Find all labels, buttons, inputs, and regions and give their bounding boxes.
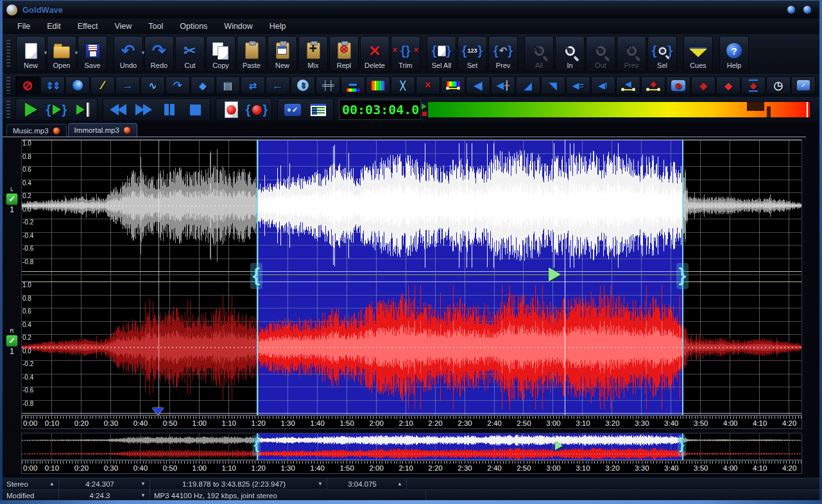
fade-in-effect-button[interactable]: ◢ [516,76,540,94]
help-button[interactable]: ?Help [719,36,749,72]
playlist-effect-button[interactable]: ▤ [216,76,240,94]
overview-selection-start-handle[interactable]: { [252,435,261,457]
volume-effect-button[interactable]: ◀ [466,76,490,94]
zoom-sel-button[interactable]: {}Sel [647,36,677,72]
selection-end-handle[interactable]: } [676,263,689,289]
time-axis[interactable]: 0:000:100:200:300:400:501:001:101:201:30… [21,415,802,429]
monitor-button[interactable] [305,100,331,119]
menu-edit[interactable]: Edit [39,20,69,33]
fast-forward-button[interactable] [131,100,157,119]
match-volume-effect-button[interactable]: ◀= [566,76,590,94]
menu-tool[interactable]: Tool [140,20,171,33]
play-button[interactable] [18,100,44,119]
status-spin-arrow[interactable]: ▲ [49,481,55,487]
minimize-button[interactable] [787,5,796,14]
paste-new-button[interactable]: New [268,36,297,72]
status-spin-arrow[interactable]: ▼ [318,481,323,487]
play-from-button[interactable] [69,100,95,119]
toolbar-grip[interactable] [6,101,10,119]
interpolate-effect-button[interactable]: ╳ [391,76,415,94]
fade-out-effect-button[interactable]: ◥ [541,76,565,94]
overview-selection-end-handle[interactable]: } [678,435,686,457]
status-spin-arrow[interactable]: ▼ [141,492,146,498]
filter-effect-button[interactable]: ▬ [341,76,365,94]
pitch-effect-button[interactable]: → [116,76,140,94]
zoom-in-button[interactable]: +In [555,36,585,72]
menu-view[interactable]: View [106,20,140,33]
copy-button[interactable]: Copy [206,36,235,72]
overview-time-axis[interactable]: 0:000:100:200:300:400:501:001:101:201:30… [21,460,802,474]
save-button[interactable]: Save [78,36,107,72]
selection-start-handle[interactable]: { [250,263,262,289]
doppler-effect-button[interactable]: ∿ [141,76,165,94]
chat-effect-button[interactable]: ✓ [791,76,816,94]
tab-music-mp3[interactable]: Music.mp3 [6,124,67,137]
menu-effect[interactable]: Effect [69,20,107,33]
timewarp-effect-button[interactable]: ◷ [766,76,791,94]
sel-all-button[interactable]: {}Sel All [427,36,456,72]
sphere-effect-button[interactable] [65,76,90,94]
channel-checkbox[interactable]: ✓ [6,335,18,347]
channel-checkbox[interactable]: ✓ [6,193,18,205]
menu-window[interactable]: Window [216,20,261,33]
pan-shape-effect-button[interactable]: ◈ [641,76,665,94]
redo-button[interactable]: ↷Redo [144,36,174,72]
page-button[interactable]: ▼New [16,36,46,72]
paste-button[interactable]: Paste [237,36,266,72]
cut-button[interactable]: ✂Cut [175,36,205,72]
volume-slider-effect-button[interactable]: ◀╂ [491,76,515,94]
zoom-prev-button[interactable]: ↶Prev [617,36,646,72]
set-button[interactable]: {123}Set [458,36,487,72]
stop-button[interactable] [182,100,208,119]
folder-button[interactable]: ▼Open [47,36,76,72]
adjust-effect-button[interactable]: ⇕⇕ [40,76,65,94]
close-button[interactable] [803,5,812,14]
menu-help[interactable]: Help [261,20,295,33]
compress-effect-button[interactable]: ⇄ [241,76,265,94]
expression-effect-button[interactable]: ∕ [90,76,115,94]
rewind-button[interactable] [105,100,131,119]
undo-button[interactable]: ↶▼Undo [114,36,143,72]
toolbar-grip[interactable] [6,77,10,93]
dynamics-effect-button[interactable]: ⇕ [291,76,315,94]
menu-options[interactable]: Options [171,20,216,33]
pause-button[interactable] [157,100,182,119]
overview-playback-marker[interactable] [555,441,563,450]
fade-in-icon: ◢ [524,81,532,90]
level-meter [427,101,810,118]
offset-effect-button[interactable]: ◈ [741,76,766,94]
equalizer-effect-button[interactable]: ╪╪ [316,76,340,94]
menu-file[interactable]: File [9,20,39,33]
play-selection-button[interactable]: {} [44,100,69,119]
maximize-effect-button[interactable]: ◀! [591,76,615,94]
toolbar-grip[interactable] [6,40,10,67]
record-selection-button[interactable]: {} [244,100,270,119]
playback-marker[interactable] [549,267,561,281]
reverse-effect-button[interactable]: ↷ [166,76,190,94]
repl-button[interactable]: ⊗Repl [329,36,359,72]
prev-sel-button[interactable]: {↶}Prev [488,36,518,72]
flange-effect-button[interactable]: ← [266,76,290,94]
echo-effect-button[interactable]: ◆ [191,76,215,94]
silence-reduce-effect-button[interactable]: × [416,76,440,94]
delete-button[interactable]: ×Delete [360,36,390,72]
flutter-effect-button[interactable]: ◆ [716,76,741,94]
spectrum-effect-button[interactable] [441,76,465,94]
zoom-out-button[interactable]: −Out [586,36,615,72]
title-bar[interactable]: GoldWave [3,1,819,19]
cue-marker[interactable] [152,408,164,415]
cues-button[interactable]: Cues [683,36,713,72]
spectrum-filter-effect-button[interactable] [366,76,390,94]
mix-button[interactable]: +Mix [298,36,328,72]
mechanize-effect-button[interactable]: ◈ [691,76,715,94]
tab-immortal-mp3[interactable]: Immortal.mp3 [68,123,137,137]
record-button[interactable] [218,100,244,119]
status-spin-arrow[interactable]: ▲ [397,481,402,487]
trim-button[interactable]: ×{}×Trim [391,36,420,72]
shape-volume-effect-button[interactable]: ◀ [616,76,640,94]
record-options-button[interactable]: ✓ [280,100,305,119]
noise-gate-effect-button[interactable]: ⊘ [666,76,690,94]
status-spin-arrow[interactable]: ▼ [141,481,146,487]
zoom-all-button[interactable]: ×All [524,36,554,72]
disable-effect-button[interactable]: ⊘ [15,76,40,94]
